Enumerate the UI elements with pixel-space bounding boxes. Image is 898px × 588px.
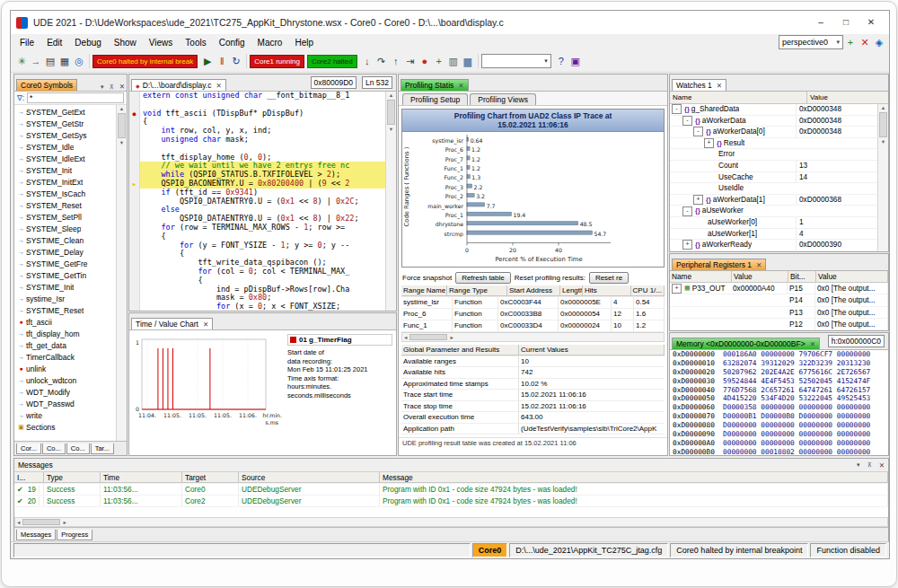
memory-view-icon[interactable]: ▥ (446, 54, 461, 68)
expander-icon[interactable]: + (704, 138, 714, 148)
code-line[interactable] (129, 145, 385, 154)
expander-icon[interactable]: - (693, 127, 703, 136)
gutter[interactable] (129, 241, 140, 250)
symbol-item[interactable]: SYSTIME_Delay (16, 246, 116, 258)
gutter[interactable] (129, 162, 140, 171)
gutter[interactable] (129, 118, 140, 127)
code-line[interactable]: for (y = FONT_YSIZE - 1; y >= 0; y -- (129, 241, 385, 250)
code-line[interactable]: void tft_ascii (TDispBuf* pDispBuf) (129, 110, 385, 118)
address-field[interactable]: 0x80009D0 (311, 76, 357, 89)
column-header[interactable]: Hits (583, 285, 631, 296)
menu-item[interactable]: Tools (179, 37, 212, 48)
column-header[interactable]: Target (182, 472, 239, 483)
symbols-vscroll[interactable]: ▲▼ (116, 105, 127, 441)
gutter[interactable] (129, 197, 140, 206)
close-icon[interactable]: ✕ (879, 461, 885, 470)
symbol-item[interactable]: SYSTEM_SetPll (16, 211, 116, 223)
gutter[interactable] (129, 250, 140, 259)
maximize-button[interactable]: □ (833, 13, 858, 31)
range-table-hscroll[interactable]: ◄► (401, 332, 665, 342)
gutter[interactable] (129, 259, 140, 268)
expander-icon[interactable]: - (682, 206, 692, 216)
chevron-down-icon[interactable]: ▾ (855, 461, 862, 469)
close-icon[interactable]: ✕ (717, 82, 722, 90)
tab-core0-symbols[interactable]: Core0 Symbols (16, 79, 77, 91)
code-line[interactable]: { (129, 250, 385, 259)
symbol-item[interactable]: SYSTIME_Reset (16, 304, 116, 316)
gutter[interactable] (129, 145, 140, 154)
step-out-icon[interactable]: ↑ (389, 54, 403, 68)
code-line[interactable]: for (x = 0; x < FONT_XSIZE; (129, 303, 385, 311)
column-header[interactable]: Range Type (447, 285, 507, 296)
tab-memory[interactable]: Memory <0xD0000000-0xD00000BF> ✕ (672, 338, 820, 349)
profiling-subtab[interactable]: Profiling Views (470, 93, 536, 105)
globals-row[interactable]: Trace start time 15.02.2021 11:06:16 (401, 390, 665, 401)
code-line[interactable]: QSPI0_DATAENTRY0.U = (0x1 << 8) | 0x2C; (129, 197, 385, 206)
globals-row[interactable]: Available ranges 10 (401, 356, 665, 368)
tab-profiling-statistics[interactable]: Profiling Statis ✕ (401, 79, 469, 91)
symbol-item[interactable]: unlink (16, 363, 116, 374)
memory-address-input[interactable]: h:0x000000C0 (828, 335, 885, 347)
close-icon[interactable]: ✕ (756, 261, 762, 269)
profiling-view-icon[interactable]: ▆ (461, 54, 475, 68)
force-snapshot-label[interactable]: Force snapshot (402, 274, 452, 282)
menu-item[interactable]: Macro (251, 37, 289, 48)
memory-row[interactable]: 0xD0000000 000186A0 00000000 79706CF7 00… (670, 350, 888, 359)
watch-row[interactable]: - {} aUseWorker (670, 206, 877, 217)
menu-item[interactable]: Show (108, 37, 143, 48)
range-table-row[interactable]: systime_lsr Function 0xC0003F44 0x000000… (401, 297, 665, 309)
column-header[interactable]: Bit... (788, 271, 816, 283)
run-to-cursor-icon[interactable]: ⇥ (403, 54, 418, 68)
expander-icon[interactable]: + (693, 195, 703, 205)
save-all-icon[interactable]: ▦ (57, 54, 72, 68)
symbol-item[interactable]: SYSTIME_Clean (16, 234, 116, 246)
column-header[interactable]: I... (14, 472, 44, 483)
execution-arrow-icon[interactable] (129, 180, 140, 189)
tab-time-value-chart[interactable]: Time / Value Chart ✕ (131, 318, 213, 329)
gutter[interactable] (129, 189, 140, 197)
watch-row[interactable]: aUseWorker[1] 4 (670, 229, 877, 241)
code-line[interactable]: { (129, 118, 385, 127)
context-select[interactable]: ▾ (481, 54, 551, 68)
symbol-item[interactable]: SYSTIME_GetFre (16, 258, 116, 269)
expander-icon[interactable]: - (672, 104, 682, 114)
find-icon[interactable]: ◎ (72, 54, 86, 68)
step-over-icon[interactable]: ↷ (374, 54, 389, 68)
globals-row[interactable]: Overall execution time 643.00 (401, 412, 665, 424)
code-line[interactable]: mask = 0x80; (129, 294, 385, 303)
menu-item[interactable]: Edit (40, 37, 68, 48)
symbol-item[interactable]: SYSTIME_Init (16, 281, 116, 293)
code-line[interactable]: QSPI0_DATAENTRY0.U = (0x1 << 8) | 0x22; (129, 215, 385, 224)
symbol-item[interactable]: WDT_Passwd (16, 398, 116, 409)
pin-icon[interactable]: ⊼ (108, 83, 116, 91)
layout-icon[interactable]: ▣ (568, 54, 583, 68)
memory-row[interactable]: 0xD0000030 59524844 4E4F5453 52502045 41… (670, 377, 888, 386)
symbol-item[interactable]: Sections (16, 421, 116, 433)
symbol-item[interactable]: tft_get_data (16, 339, 116, 351)
expander-icon[interactable]: - (682, 116, 692, 126)
run-icon[interactable]: ▶ (200, 54, 215, 68)
menu-item[interactable]: File (13, 37, 40, 48)
close-icon[interactable]: ✕ (216, 82, 221, 90)
watch-row[interactable]: - {} aWorkerData[0] 0xD0000348 (670, 127, 877, 138)
pin-icon[interactable]: ⊼ (866, 461, 874, 469)
add-watch-icon[interactable]: + (432, 54, 446, 68)
symbol-item[interactable]: SYSTEM_IdleExt (16, 153, 116, 164)
column-header[interactable]: Start Address (507, 285, 560, 296)
watch-row[interactable]: + {} aWorkerReady 0xD0000390 (670, 240, 877, 251)
memory-row[interactable]: 0xD0000050 4D415220 534F4D20 53222045 49… (670, 394, 888, 403)
minimize-button[interactable]: – (808, 13, 833, 31)
watches-vscroll[interactable]: ▲▼ (877, 104, 888, 251)
symbol-item[interactable]: SYSTEM_IsCach (16, 188, 116, 199)
watch-row[interactable]: - {} g_SharedData 0xD0000348 (670, 104, 877, 116)
memory-row[interactable]: 0xD0000020 50207962 202E4A2E 6775616C 2E… (670, 368, 888, 377)
step-into-icon[interactable]: ↓ (360, 54, 374, 68)
memory-row[interactable]: 0xD0000080 D0000000 00000000 00000000 00… (670, 421, 888, 430)
column-header[interactable]: Time (101, 472, 182, 483)
code-line[interactable]: for (row = TERMINAL_MAX_ROWS - 1; row >= (129, 224, 385, 233)
messages-hscroll[interactable]: ◄► (14, 517, 888, 527)
code-line[interactable]: // we wait until we have 2 entrys free n… (129, 162, 385, 171)
gutter[interactable] (129, 92, 140, 101)
expander-icon[interactable]: + (682, 240, 692, 250)
symbol-item[interactable]: SYSTEM_Sleep (16, 223, 116, 234)
